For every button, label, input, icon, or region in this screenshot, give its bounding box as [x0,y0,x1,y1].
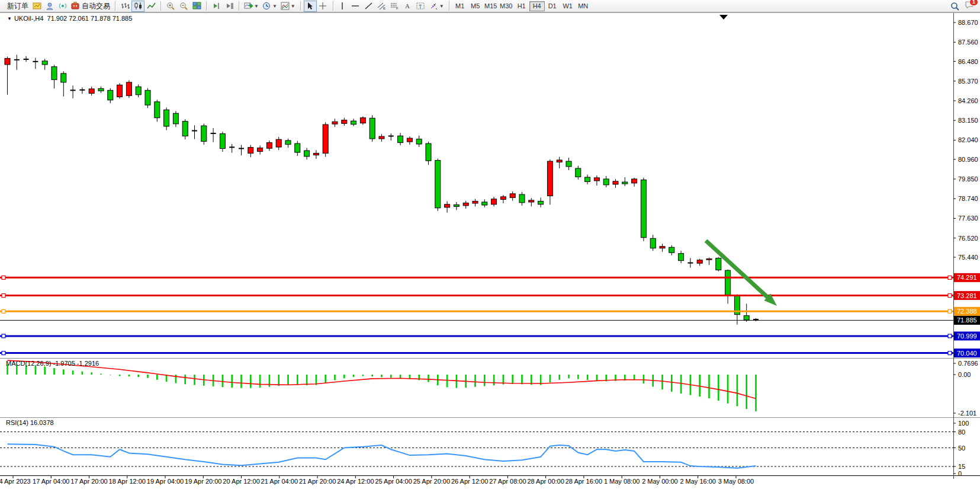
periods-button[interactable]: ▼ [261,1,279,12]
price-badge-label: 71.885 [957,317,977,324]
zoom-out-icon [179,2,188,10]
rsi-axis-label: 15 [958,463,965,470]
toolbar-separator [300,1,301,11]
chart-shift-icon [225,2,234,10]
search-button[interactable] [948,1,961,12]
templates-button[interactable]: ▼ [279,1,297,12]
zoom-out-button[interactable] [177,1,190,12]
new-order-button[interactable]: 新订单 [4,1,30,12]
trend-line-icon [364,2,373,10]
indicators-button[interactable]: ▼ [242,1,261,12]
search-icon [950,2,959,11]
auto-scroll-icon [212,2,221,10]
macd-axis-label: 0.00 [958,371,971,378]
timeframe-button-m30[interactable]: M30 [499,1,514,11]
text-label-button[interactable]: T [415,1,428,12]
price-tick-label: 82.040 [958,136,978,143]
line-chart-mode-button[interactable] [144,1,158,12]
chart-canvas[interactable]: 88.67087.56086.48085.37084.26083.15082.0… [0,12,980,489]
toolbar-separator [239,1,239,11]
auto-scroll-button[interactable] [210,1,223,12]
cursor-icon [306,2,314,10]
timeframe-button-m15[interactable]: M15 [483,1,499,11]
toolbar-separator [449,1,449,11]
line-handle[interactable] [2,276,5,279]
price-tick-label: 86.480 [958,58,978,65]
auto-trading-button[interactable]: 自动交易 [69,1,112,12]
fibonacci-button[interactable]: F [388,1,401,12]
timeframe-button-w1[interactable]: W1 [560,1,576,11]
notifications-button[interactable]: 1 [965,1,974,11]
price-tick-label: 75.440 [958,254,978,261]
time-tick-label: 25 Apr 20:00 [413,478,450,485]
timeframe-button-h4[interactable]: H4 [529,1,545,11]
chevron-down-icon: ▼ [439,4,444,9]
equidistant-channel-button[interactable]: E [375,1,388,12]
price-tick-label: 88.670 [958,19,978,26]
line-handle[interactable] [2,294,5,298]
signals-button[interactable] [56,1,69,12]
time-tick-label: 25 Apr 04:00 [375,478,412,485]
timeframe-toolbar: M1M5M15M30H1H4D1W1MN [451,0,592,12]
time-tick-label: 2 May 16:00 [680,478,716,485]
rsi-axis-label: 50 [958,445,965,452]
macd-axis-label: 0.7696 [958,360,978,367]
line-handle[interactable] [948,294,952,298]
time-tick-label: 17 Apr 20:00 [70,478,107,485]
timeframe-button-mn[interactable]: MN [576,1,591,11]
chevron-down-icon: ▼ [254,4,259,9]
timeframe-button-d1[interactable]: D1 [545,1,560,11]
candlestick-mode-button[interactable] [131,1,144,12]
time-tick-label: 18 Apr 12:00 [109,478,146,485]
text-label-icon: T [416,2,425,10]
timeframe-button-m1[interactable]: M1 [452,1,468,11]
line-handle[interactable] [948,351,952,355]
toolbar-separator [160,1,161,11]
cursor-button[interactable] [304,1,317,12]
chart-window-icon [33,2,41,10]
line-handle[interactable] [2,309,5,313]
time-tick-label: 21 Apr 20:00 [299,478,336,485]
fibonacci-icon: F [390,2,399,10]
toolbar-button-label: 新订单 [7,1,28,11]
toolbar-separator [206,1,207,11]
arrows-icon [429,2,438,10]
bar-chart-mode-button[interactable] [118,1,131,12]
vertical-line-icon [338,2,347,10]
text-button[interactable]: A [401,1,415,12]
line-handle[interactable] [948,276,952,279]
line-handle[interactable] [2,351,5,355]
time-tick-label: 21 Apr 04:00 [261,478,298,485]
line-handle[interactable] [2,334,5,338]
chart-shift-button[interactable] [223,1,236,12]
account-button[interactable] [43,1,56,12]
toolbar-separator [115,1,115,11]
toolbar-button-label: 自动交易 [82,1,110,11]
toolbar-separator [333,1,333,11]
line-handle[interactable] [948,309,952,313]
timeframe-button-m5[interactable]: M5 [468,1,483,11]
zoom-in-button[interactable] [164,1,177,12]
trend-line-button[interactable] [362,1,375,12]
vertical-line-button[interactable] [336,1,349,12]
crosshair-button[interactable] [317,1,330,12]
bars-chart-icon [121,2,130,10]
timeframe-button-h1[interactable]: H1 [514,1,529,11]
horizontal-line-icon [351,2,360,10]
tile-windows-button[interactable] [190,1,203,12]
signals-icon [59,2,68,10]
time-tick-label: 19 Apr 20:00 [185,478,221,485]
arrows-button[interactable]: ▼ [428,1,446,12]
autotrade-icon [71,2,80,10]
price-tick-label: 76.520 [958,235,978,242]
time-tick-label: 2 May 00:00 [642,478,678,485]
time-tick-label: 26 Apr 12:00 [451,478,488,485]
time-tick-label: 14 Apr 2023 [0,478,31,485]
line-chart-icon [147,2,156,10]
profiles-button[interactable] [30,1,43,12]
price-badge-label: 70.999 [957,333,977,340]
horizontal-line-button[interactable] [349,1,362,12]
time-tick-label: 24 Apr 12:00 [337,478,374,485]
line-handle[interactable] [948,334,952,338]
candles-chart-icon [134,2,143,10]
